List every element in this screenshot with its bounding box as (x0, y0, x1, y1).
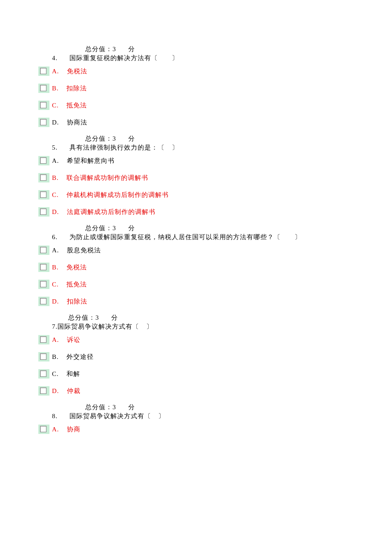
option-label: D.扣除法 (52, 298, 87, 306)
score-value: 3 (95, 314, 99, 321)
option-label: B.联合调解成功制作的调解书 (52, 174, 148, 182)
checkbox-icon[interactable] (38, 263, 49, 272)
option-text: 仲裁 (67, 387, 81, 394)
score-line: 总分值：3分 (38, 314, 354, 322)
option-label: B.免税法 (52, 263, 87, 272)
option-text: 和解 (66, 370, 80, 377)
option-row: A.诉讼 (38, 335, 354, 344)
option-letter: D. (52, 387, 59, 394)
checkbox-icon[interactable] (38, 246, 49, 255)
option-row: C.和解 (38, 369, 354, 379)
question-number: 4. (52, 55, 58, 61)
option-letter: B. (52, 174, 59, 181)
option-text: 仲裁机构调解成功后制作的调解书 (66, 191, 169, 198)
score-suffix: 分 (128, 225, 135, 231)
option-letter: C. (52, 281, 59, 288)
option-label: B.外交途径 (52, 353, 94, 361)
checkbox-icon[interactable] (38, 156, 49, 165)
question-line: 4.国际重复征税的解决方法有〔 〕 (38, 54, 354, 62)
score-line: 总分值：3分 (38, 403, 354, 411)
option-row: A.免税法 (38, 66, 354, 76)
option-text: 诉讼 (67, 336, 81, 343)
option-text: 协商 (67, 426, 81, 433)
option-row: B.免税法 (38, 263, 354, 272)
option-letter: B. (52, 264, 59, 271)
option-letter: D. (52, 208, 59, 215)
checkbox-icon[interactable] (38, 335, 49, 344)
option-text: 抵免法 (66, 281, 87, 288)
score-value: 3 (112, 135, 116, 142)
score-value: 3 (112, 46, 116, 52)
checkbox-icon[interactable] (38, 352, 49, 361)
question-number: 7. (52, 323, 58, 330)
checkbox-icon[interactable] (38, 66, 49, 76)
score-line: 总分值：3分 (38, 224, 354, 232)
option-letter: A. (52, 336, 59, 343)
option-row: B.联合调解成功制作的调解书 (38, 173, 354, 182)
checkbox-icon[interactable] (38, 369, 49, 379)
option-row: A.希望和解意向书 (38, 156, 354, 165)
question-line: 6.为防止或缓解国际重复征税，纳税人居住国可以采用的方法有哪些？〔 〕 (38, 233, 354, 241)
checkbox-icon[interactable] (38, 425, 49, 434)
option-text: 法庭调解成功后制作的调解书 (67, 208, 156, 215)
question-line: 5.具有法律强制执行效力的是：〔 〕 (38, 144, 354, 152)
option-row: C.抵免法 (38, 101, 354, 110)
option-label: A.协商 (52, 425, 81, 434)
score-line: 总分值：3分 (38, 45, 354, 53)
question-line: 7.国际贸易争议解决方式有〔 〕 (38, 323, 354, 331)
question-number: 6. (52, 234, 58, 240)
option-text: 外交途径 (66, 353, 94, 360)
option-row: C.仲裁机构调解成功后制作的调解书 (38, 190, 354, 199)
score-suffix: 分 (128, 135, 135, 142)
option-label: A.免税法 (52, 67, 87, 75)
checkbox-icon[interactable] (38, 207, 49, 217)
option-row: D.扣除法 (38, 297, 354, 306)
option-letter: D. (52, 119, 59, 126)
option-row: D.协商法 (38, 118, 354, 127)
option-letter: A. (52, 68, 59, 75)
score-value: 3 (112, 404, 116, 410)
option-row: D.仲裁 (38, 386, 354, 396)
checkbox-icon[interactable] (38, 190, 49, 199)
option-label: A.诉讼 (52, 336, 81, 344)
document-page: 总分值：3分 4.国际重复征税的解决方法有〔 〕 A.免税法 B.扣除法 C.抵… (0, 0, 392, 459)
score-line: 总分值：3分 (38, 135, 354, 143)
option-letter: C. (52, 370, 59, 377)
checkbox-icon[interactable] (38, 386, 49, 396)
option-text: 联合调解成功制作的调解书 (66, 174, 148, 181)
option-text: 免税法 (67, 68, 87, 75)
checkbox-icon[interactable] (38, 84, 49, 93)
option-letter: B. (52, 85, 59, 92)
option-row: C.抵免法 (38, 280, 354, 289)
option-text: 免税法 (66, 264, 87, 271)
option-letter: A. (52, 426, 59, 433)
option-label: D.协商法 (52, 119, 87, 127)
score-suffix: 分 (128, 46, 135, 52)
score-value: 3 (112, 225, 116, 231)
option-row: A.股息免税法 (38, 246, 354, 255)
option-letter: B. (52, 353, 59, 360)
option-letter: D. (52, 298, 59, 305)
checkbox-icon[interactable] (38, 101, 49, 110)
score-suffix: 分 (128, 404, 135, 410)
question-text: 国际贸易争议解决方式有〔 〕 (69, 413, 165, 419)
checkbox-icon[interactable] (38, 297, 49, 306)
option-letter: A. (52, 157, 59, 164)
option-label: A.股息免税法 (52, 246, 101, 254)
checkbox-icon[interactable] (38, 280, 49, 289)
checkbox-icon[interactable] (38, 173, 49, 182)
option-letter: C. (52, 102, 59, 109)
option-label: A.希望和解意向书 (52, 157, 115, 165)
option-label: D.仲裁 (52, 387, 81, 395)
option-row: B.扣除法 (38, 84, 354, 93)
option-text: 希望和解意向书 (67, 157, 115, 164)
option-text: 股息免税法 (67, 247, 101, 254)
question-number: 8. (52, 413, 58, 419)
option-text: 扣除法 (66, 85, 87, 92)
checkbox-icon[interactable] (38, 118, 49, 127)
option-label: C.和解 (52, 370, 80, 378)
score-prefix: 总分值： (85, 225, 112, 231)
score-prefix: 总分值： (85, 404, 112, 410)
question-text: 为防止或缓解国际重复征税，纳税人居住国可以采用的方法有哪些？〔 〕 (69, 234, 301, 240)
question-line: 8.国际贸易争议解决方式有〔 〕 (38, 412, 354, 420)
